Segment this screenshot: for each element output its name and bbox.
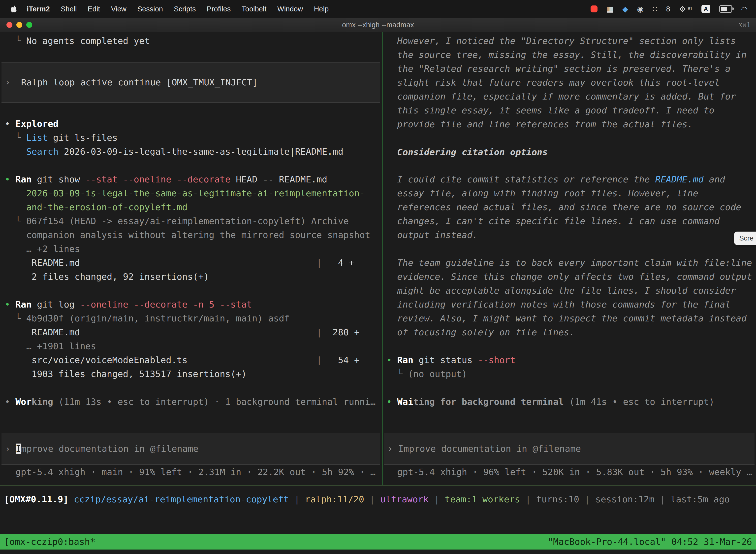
terminal-line: references need actual files, and since … — [386, 200, 756, 214]
text-segment: • — [386, 397, 397, 407]
text-segment: Considering citation options — [386, 147, 548, 157]
text-segment: › — [5, 444, 16, 454]
text-segment: 2026-03-09-is-legal-the-same-as-legitima… — [5, 188, 365, 198]
terminal-line: • Explored — [5, 117, 382, 131]
text-segment: of focusing solely on file lines. — [386, 327, 575, 337]
text-segment: references need actual files, and since … — [386, 202, 741, 212]
text-segment: --stat --oneline --decorate — [85, 174, 231, 184]
right-terminal-pane[interactable]: However, I noticed the "Directory Struct… — [382, 32, 756, 485]
prompt-text: › Improve documentation in @filename — [1, 442, 198, 456]
text-segment: Explored — [15, 119, 58, 129]
terminal-line: the source tree, missing the essay. Stil… — [386, 48, 756, 62]
terminal-line: README.md | 280 + — [5, 325, 382, 339]
text-segment: session:12m — [595, 494, 654, 504]
text-segment: Wai — [397, 397, 413, 407]
text-segment: | — [654, 494, 671, 504]
prompt-text: › Improve documentation in @filename — [384, 442, 581, 456]
text-segment: changes, I can't cite specific file line… — [386, 216, 720, 226]
menu-item-window[interactable]: Window — [277, 5, 303, 13]
prompt-input[interactable]: › Improve documentation in @filename — [1, 433, 380, 465]
terminal-line: of focusing solely on file lines. — [386, 325, 756, 339]
window-title: omx --xhigh --madmax — [0, 21, 756, 29]
blue-app-icon[interactable]: ◆ — [622, 5, 628, 13]
traffic-lights — [6, 22, 32, 28]
terminal-line: provide file and line references from th… — [386, 117, 756, 131]
omx-status-line: [OMX#0.11.9] cczip/essay/ai-reimplementa… — [4, 492, 730, 506]
terminal-line: I could cite commit statistics or refere… — [386, 172, 756, 186]
terminal-line: companion file, especially if more comme… — [386, 90, 756, 104]
text-segment: (1m 41s • esc to interrupt) — [564, 397, 714, 407]
text-segment: • — [5, 119, 15, 129]
screen-recording-stop-icon[interactable] — [590, 5, 597, 12]
terminal-line: • Ran git log --oneline --decorate -n 5 … — [5, 297, 382, 312]
terminal-line: 1903 files changed, 513517 insertions(+) — [5, 367, 382, 381]
terminal-line: … +2 lines — [5, 242, 382, 256]
left-terminal-pane[interactable]: └ No agents completed yet› Ralph loop ac… — [0, 32, 382, 485]
figure-8-icon[interactable]: 8 — [666, 5, 671, 13]
terminal-line: src/voice/voiceModeEnabled.ts | 54 + — [5, 353, 382, 367]
menu-item-scripts[interactable]: Scripts — [174, 5, 196, 13]
text-segment: king — [32, 397, 53, 407]
menu-item-session[interactable]: Session — [137, 5, 163, 13]
text-segment: › Improve documentation in @filename — [387, 444, 581, 454]
text-segment: Ran — [15, 299, 32, 310]
battery-icon[interactable] — [719, 5, 732, 13]
text-segment: Ran — [397, 355, 413, 365]
text-segment: • — [5, 299, 15, 310]
launchpad-dots-icon[interactable]: ∷ — [652, 5, 657, 13]
terminal-line: gpt-5.4 xhigh · 96% left · 520K in · 5.8… — [386, 465, 756, 479]
text-segment: cczip/essay/ai-reimplementation-copyleft — [74, 494, 289, 504]
screen-share-overlay-button[interactable]: Scre — [734, 232, 756, 245]
text-segment: • — [5, 397, 15, 407]
terminal-line: might be acceptable alongside the file l… — [386, 284, 756, 297]
menu-item-shell[interactable]: Shell — [61, 5, 77, 13]
text-segment: including verification notes with those … — [386, 299, 731, 310]
text-segment: No agents completed yet — [26, 36, 150, 46]
text-segment: | — [289, 494, 305, 504]
terminal-line: The team guideline is to back every impo… — [386, 256, 756, 270]
menu-item-profiles[interactable]: Profiles — [207, 5, 231, 13]
close-window-button[interactable] — [6, 22, 12, 28]
text-segment: Ralph loop active continue [OMX_TMUX_INJ… — [21, 77, 258, 88]
text-segment: 280 + — [322, 327, 360, 337]
prompt-input[interactable]: › Improve documentation in @filename — [384, 433, 755, 465]
text-segment: and-the-erosion-of-copyleft.md — [5, 202, 188, 212]
menu-item-toolbelt[interactable]: Toolbelt — [242, 5, 266, 13]
text-segment: ting for background terminal — [413, 397, 564, 407]
terminal-line: essay file, along with finding root file… — [386, 186, 756, 200]
apple-menu-icon[interactable] — [10, 5, 17, 13]
terminal-line: gpt-5.4 xhigh · main · 91% left · 2.31M … — [5, 465, 382, 479]
text-segment: … +2 lines — [5, 244, 80, 254]
text-segment: | — [520, 494, 536, 504]
menu-item-iterm2[interactable]: iTerm2 — [27, 5, 50, 13]
dark-app-icon[interactable]: ◉ — [637, 5, 643, 13]
text-segment: ralph:11/20 — [305, 494, 364, 504]
text-segment: 2026-03-09-is-legal-the-same-as-legitima… — [59, 147, 343, 157]
text-segment: might be acceptable alongside the file l… — [386, 285, 736, 296]
terminal-line: evidence. Since this change only affects… — [386, 270, 756, 284]
terminal-line: • Ran git show --stat --oneline --decora… — [5, 172, 382, 186]
menu-item-edit[interactable]: Edit — [87, 5, 100, 13]
text-segment: | — [579, 494, 595, 504]
text-segment: The team guideline is to back every impo… — [386, 258, 752, 268]
stats-gear-icon[interactable]: ⚙.61 — [679, 5, 693, 13]
text-segment: turns:10 — [536, 494, 579, 504]
terminal-line: changes, I can't cite specific file line… — [386, 214, 756, 228]
menu-item-view[interactable]: View — [111, 5, 126, 13]
minimize-window-button[interactable] — [16, 22, 22, 28]
terminal-line: └ List git ls-files — [5, 131, 382, 145]
ralph-loop-banner: › Ralph loop active continue [OMX_TMUX_I… — [1, 62, 380, 103]
terminal-line: • Working (11m 13s • esc to interrupt) ·… — [5, 395, 382, 409]
input-source-icon[interactable]: A — [701, 5, 710, 13]
zoom-window-button[interactable] — [26, 22, 32, 28]
text-segment: › — [5, 77, 21, 88]
wifi-icon[interactable]: ◠ — [741, 5, 748, 13]
text-segment: | — [80, 327, 322, 337]
text-segment: provide file and line references from th… — [386, 119, 693, 129]
terminal-line: README.md | 4 + — [5, 256, 382, 270]
menu-item-help[interactable]: Help — [314, 5, 329, 13]
text-segment: companion file, especially if more comme… — [386, 91, 736, 102]
window-grid-icon[interactable]: ▦ — [607, 5, 613, 13]
terminal-line: companion analysis without altering the … — [5, 228, 382, 242]
window-title-bar: omx --xhigh --madmax ⌥⌘1 — [0, 18, 756, 32]
